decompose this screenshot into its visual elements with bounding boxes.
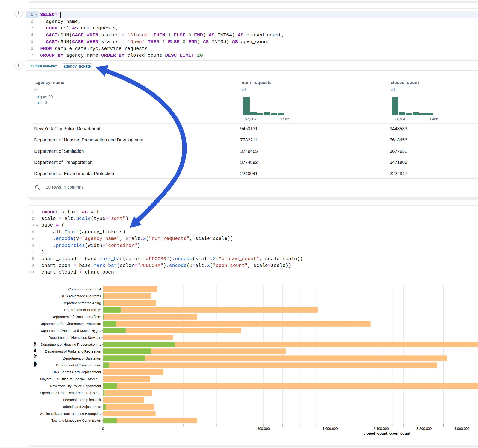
svg-text:Department of Environmental Pr: Department of Environmental Protection [39, 322, 101, 326]
svg-text:Department of Consumer Affairs: Department of Consumer Affairs [52, 315, 101, 319]
svg-text:agency_name: agency_name [32, 342, 37, 367]
svg-text:Mayorâ€ s Office of Special E: Mayorâ€ s Office of Special Enforce… [40, 377, 101, 381]
svg-text:DHS Advantage Programs: DHS Advantage Programs [60, 294, 101, 298]
svg-text:Operations Unit - Department o: Operations Unit - Department of Hom… [40, 391, 101, 395]
svg-text:3,200,000: 3,200,000 [416, 427, 432, 430]
svg-text:0: 0 [102, 427, 104, 430]
svg-text:Taxi and Limousine Commission: Taxi and Limousine Commission [51, 418, 101, 423]
svg-text:800,000: 800,000 [257, 427, 270, 430]
svg-text:Senior Citizen Rent Increase E: Senior Citizen Rent Increase Exempti… [40, 412, 101, 416]
svg-text:Correspondence Unit: Correspondence Unit [68, 287, 101, 291]
svg-text:Department of Buildings: Department of Buildings [64, 308, 101, 312]
svg-text:1,600,000: 1,600,000 [322, 427, 338, 430]
svg-text:Refunds and Adjustments: Refunds and Adjustments [62, 405, 101, 409]
svg-text:HRA Benefit Card Replacement: HRA Benefit Card Replacement [52, 370, 101, 374]
svg-text:New York City Police Departmen: New York City Police Department [50, 384, 101, 388]
svg-text:Department for the Aging: Department for the Aging [63, 301, 101, 305]
svg-text:Department of Housing Preserva: Department of Housing Preservation … [41, 342, 101, 346]
svg-text:Department of Homeless Service: Department of Homeless Services [48, 336, 101, 339]
svg-text:Department of Sanitation: Department of Sanitation [63, 356, 101, 360]
svg-text:Department of Transportation: Department of Transportation [56, 363, 101, 367]
svg-text:closed_count, open_count: closed_count, open_count [364, 431, 410, 435]
svg-text:Department of Health and Menta: Department of Health and Mental Hyg… [39, 329, 101, 333]
svg-text:Department of Parks and Recrea: Department of Parks and Recreation [45, 349, 101, 353]
svg-text:Personal Exemption Unit: Personal Exemption Unit [63, 398, 101, 402]
svg-text:4,000,000: 4,000,000 [454, 427, 470, 430]
svg-text:2,400,000: 2,400,000 [373, 427, 389, 430]
